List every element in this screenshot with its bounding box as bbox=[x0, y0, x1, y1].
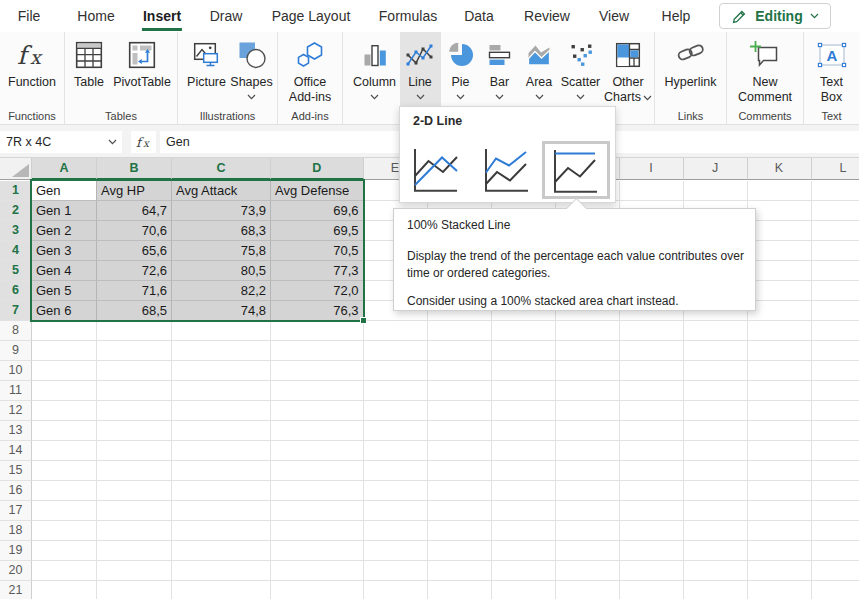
cell-D2[interactable]: 69,6 bbox=[271, 201, 364, 221]
cell-L19[interactable] bbox=[812, 541, 859, 561]
cell-B11[interactable] bbox=[97, 381, 172, 401]
cell-G13[interactable] bbox=[492, 421, 556, 441]
row-header-11[interactable]: 11 bbox=[0, 381, 32, 401]
cell-J8[interactable] bbox=[684, 321, 748, 341]
cell-C10[interactable] bbox=[172, 361, 271, 381]
cell-L5[interactable] bbox=[812, 261, 859, 281]
cell-J11[interactable] bbox=[684, 381, 748, 401]
cell-E13[interactable] bbox=[364, 421, 428, 441]
row-header-15[interactable]: 15 bbox=[0, 461, 32, 481]
cell-E20[interactable] bbox=[364, 561, 428, 581]
menu-tab-draw[interactable]: Draw bbox=[210, 0, 243, 32]
cell-L13[interactable] bbox=[812, 421, 859, 441]
cell-B14[interactable] bbox=[97, 441, 172, 461]
cell-H12[interactable] bbox=[556, 401, 620, 421]
cell-G18[interactable] bbox=[492, 521, 556, 541]
cell-H15[interactable] bbox=[556, 461, 620, 481]
cell-C20[interactable] bbox=[172, 561, 271, 581]
row-header-6[interactable]: 6 bbox=[0, 281, 32, 301]
cell-J21[interactable] bbox=[684, 581, 748, 599]
cell-G12[interactable] bbox=[492, 401, 556, 421]
cell-F20[interactable] bbox=[428, 561, 492, 581]
cell-G9[interactable] bbox=[492, 341, 556, 361]
cell-B9[interactable] bbox=[97, 341, 172, 361]
cell-H18[interactable] bbox=[556, 521, 620, 541]
cell-D7[interactable]: 76,3 bbox=[271, 301, 364, 321]
cell-A9[interactable] bbox=[32, 341, 97, 361]
cell-B21[interactable] bbox=[97, 581, 172, 599]
cell-A10[interactable] bbox=[32, 361, 97, 381]
cell-L4[interactable] bbox=[812, 241, 859, 261]
cell-F19[interactable] bbox=[428, 541, 492, 561]
cell-A11[interactable] bbox=[32, 381, 97, 401]
cell-D14[interactable] bbox=[271, 441, 364, 461]
cell-E18[interactable] bbox=[364, 521, 428, 541]
cell-D17[interactable] bbox=[271, 501, 364, 521]
cell-C15[interactable] bbox=[172, 461, 271, 481]
cell-C21[interactable] bbox=[172, 581, 271, 599]
cell-I15[interactable] bbox=[620, 461, 684, 481]
ribbon-button-text-box[interactable]: ATextBox bbox=[811, 32, 853, 106]
cell-L1[interactable] bbox=[812, 181, 859, 201]
insert-function-button[interactable]: fx bbox=[131, 131, 156, 153]
row-header-10[interactable]: 10 bbox=[0, 361, 32, 381]
name-box[interactable]: 7R x 4C bbox=[0, 131, 122, 153]
cell-F10[interactable] bbox=[428, 361, 492, 381]
cell-L10[interactable] bbox=[812, 361, 859, 381]
cell-L15[interactable] bbox=[812, 461, 859, 481]
row-header-20[interactable]: 20 bbox=[0, 561, 32, 581]
cell-K17[interactable] bbox=[748, 501, 812, 521]
cell-L18[interactable] bbox=[812, 521, 859, 541]
ribbon-button-hyperlink[interactable]: Hyperlink bbox=[662, 32, 720, 106]
cell-J13[interactable] bbox=[684, 421, 748, 441]
cell-A13[interactable] bbox=[32, 421, 97, 441]
column-header-c[interactable]: C bbox=[172, 158, 271, 180]
cell-K14[interactable] bbox=[748, 441, 812, 461]
cell-G14[interactable] bbox=[492, 441, 556, 461]
cell-E19[interactable] bbox=[364, 541, 428, 561]
cell-J1[interactable] bbox=[684, 181, 748, 201]
cell-A14[interactable] bbox=[32, 441, 97, 461]
cell-B6[interactable]: 71,6 bbox=[97, 281, 172, 301]
cell-C17[interactable] bbox=[172, 501, 271, 521]
cell-H11[interactable] bbox=[556, 381, 620, 401]
cell-I1[interactable] bbox=[620, 181, 684, 201]
cell-K20[interactable] bbox=[748, 561, 812, 581]
cell-C14[interactable] bbox=[172, 441, 271, 461]
cell-B5[interactable]: 72,6 bbox=[97, 261, 172, 281]
cell-F21[interactable] bbox=[428, 581, 492, 599]
ribbon-button-table[interactable]: Table bbox=[68, 32, 110, 106]
menu-tab-data[interactable]: Data bbox=[464, 0, 494, 32]
cell-L12[interactable] bbox=[812, 401, 859, 421]
cell-B20[interactable] bbox=[97, 561, 172, 581]
cell-J12[interactable] bbox=[684, 401, 748, 421]
row-header-5[interactable]: 5 bbox=[0, 261, 32, 281]
cell-K8[interactable] bbox=[748, 321, 812, 341]
cell-B10[interactable] bbox=[97, 361, 172, 381]
cell-I9[interactable] bbox=[620, 341, 684, 361]
cell-E15[interactable] bbox=[364, 461, 428, 481]
cell-C9[interactable] bbox=[172, 341, 271, 361]
cell-B16[interactable] bbox=[97, 481, 172, 501]
cell-K16[interactable] bbox=[748, 481, 812, 501]
cell-H20[interactable] bbox=[556, 561, 620, 581]
menu-tab-help[interactable]: Help bbox=[662, 0, 691, 32]
row-header-18[interactable]: 18 bbox=[0, 521, 32, 541]
cell-L6[interactable] bbox=[812, 281, 859, 301]
column-header-b[interactable]: B bbox=[97, 158, 172, 180]
cell-G20[interactable] bbox=[492, 561, 556, 581]
ribbon-button-area[interactable]: Area bbox=[521, 32, 558, 106]
cell-E16[interactable] bbox=[364, 481, 428, 501]
cell-J14[interactable] bbox=[684, 441, 748, 461]
cell-D21[interactable] bbox=[271, 581, 364, 599]
cell-J16[interactable] bbox=[684, 481, 748, 501]
cell-G16[interactable] bbox=[492, 481, 556, 501]
cell-G15[interactable] bbox=[492, 461, 556, 481]
cell-H14[interactable] bbox=[556, 441, 620, 461]
cell-B1[interactable]: Avg HP bbox=[97, 181, 172, 201]
cell-C4[interactable]: 75,8 bbox=[172, 241, 271, 261]
cell-I14[interactable] bbox=[620, 441, 684, 461]
cell-I10[interactable] bbox=[620, 361, 684, 381]
cell-G10[interactable] bbox=[492, 361, 556, 381]
row-header-14[interactable]: 14 bbox=[0, 441, 32, 461]
